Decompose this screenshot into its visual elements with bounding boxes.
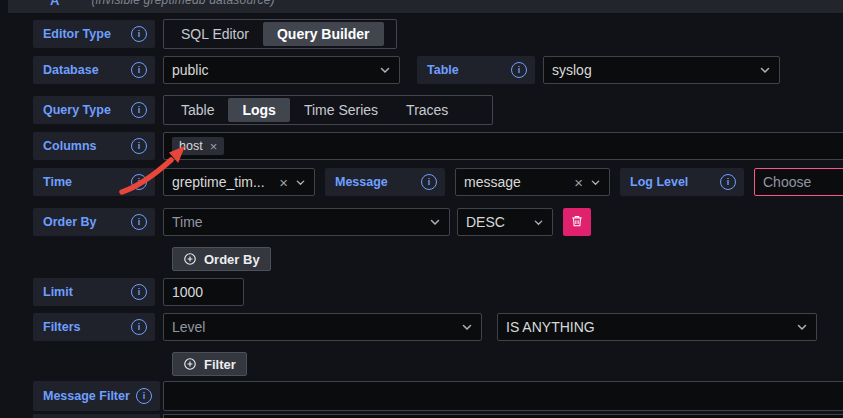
next-row-partial-input <box>163 414 843 418</box>
database-select[interactable]: public <box>163 56 400 84</box>
order-by-column-select[interactable]: Time <box>163 208 450 236</box>
add-order-by-button[interactable]: Order By <box>172 247 271 271</box>
chevron-down-icon <box>295 177 306 188</box>
chevron-down-icon <box>796 321 808 333</box>
query-type-option-logs[interactable]: Logs <box>228 98 289 122</box>
next-row-partial-label <box>33 414 160 418</box>
query-row-header[interactable]: A (invisible greptimedb datasource) <box>8 0 843 13</box>
info-icon[interactable]: i <box>511 62 527 78</box>
chevron-down-icon <box>590 177 601 188</box>
plus-circle-icon <box>183 252 197 266</box>
filter-condition-select[interactable]: IS ANYTHING <box>497 313 817 341</box>
info-icon[interactable]: i <box>720 174 736 190</box>
editor-type-option-sql-editor[interactable]: SQL Editor <box>167 22 263 46</box>
info-icon[interactable]: i <box>131 214 147 230</box>
message-label: Message i <box>325 168 445 196</box>
info-icon[interactable]: i <box>131 174 147 190</box>
editor-type-label: Editor Type i <box>33 20 155 48</box>
query-type-label: Query Type i <box>33 96 155 124</box>
order-by-direction-select[interactable]: DESC <box>457 208 553 236</box>
info-icon[interactable]: i <box>421 174 437 190</box>
log-level-select[interactable]: Choose <box>754 168 843 196</box>
query-type-option-time-series[interactable]: Time Series <box>290 98 392 122</box>
query-ref-letter: A <box>50 0 59 8</box>
info-icon[interactable]: i <box>136 388 152 404</box>
columns-label: Columns i <box>33 132 155 160</box>
limit-label: Limit i <box>33 278 155 306</box>
add-filter-button[interactable]: Filter <box>172 352 247 376</box>
remove-icon[interactable]: × <box>574 175 583 190</box>
time-column-select[interactable]: greptime_tim... × <box>163 168 315 196</box>
query-editor: A (invisible greptimedb datasource) Edit… <box>0 0 843 418</box>
time-label: Time i <box>33 168 155 196</box>
message-filter-input[interactable] <box>163 381 843 411</box>
info-icon[interactable]: i <box>131 26 147 42</box>
query-type-option-table[interactable]: Table <box>167 98 228 122</box>
editor-type-radio-group: SQL Editor Query Builder <box>163 19 397 49</box>
info-icon[interactable]: i <box>131 62 147 78</box>
chevron-down-icon <box>429 216 441 228</box>
remove-order-by-button[interactable] <box>563 208 591 236</box>
query-type-radio-group: Table Logs Time Series Traces <box>163 95 493 125</box>
datasource-note: (invisible greptimedb datasource) <box>91 0 274 7</box>
chevron-down-icon <box>379 64 391 76</box>
chevron-down-icon <box>759 64 771 76</box>
editor-type-option-query-builder[interactable]: Query Builder <box>263 22 384 46</box>
info-icon[interactable]: i <box>131 319 147 335</box>
chevron-down-icon <box>533 217 544 228</box>
columns-multiselect[interactable]: host × <box>163 132 843 160</box>
info-icon[interactable]: i <box>131 284 147 300</box>
info-icon[interactable]: i <box>131 102 147 118</box>
chevron-down-icon <box>461 321 473 333</box>
trash-icon <box>570 214 584 231</box>
remove-icon[interactable]: × <box>279 175 288 190</box>
info-icon[interactable]: i <box>131 138 147 154</box>
order-by-label: Order By i <box>33 208 155 236</box>
query-type-option-traces[interactable]: Traces <box>392 98 462 122</box>
message-filter-label: Message Filter i <box>33 381 160 411</box>
remove-icon[interactable]: × <box>210 140 218 153</box>
limit-input[interactable] <box>163 278 244 306</box>
table-select[interactable]: syslog <box>543 56 780 84</box>
message-column-select[interactable]: message × <box>455 168 610 196</box>
log-level-label: Log Level i <box>620 168 744 196</box>
table-label: Table i <box>417 56 535 84</box>
database-label: Database i <box>33 56 155 84</box>
column-chip-host[interactable]: host × <box>172 137 224 155</box>
filter-column-select[interactable]: Level <box>163 313 482 341</box>
filters-label: Filters i <box>33 313 155 341</box>
plus-circle-icon <box>183 357 197 371</box>
